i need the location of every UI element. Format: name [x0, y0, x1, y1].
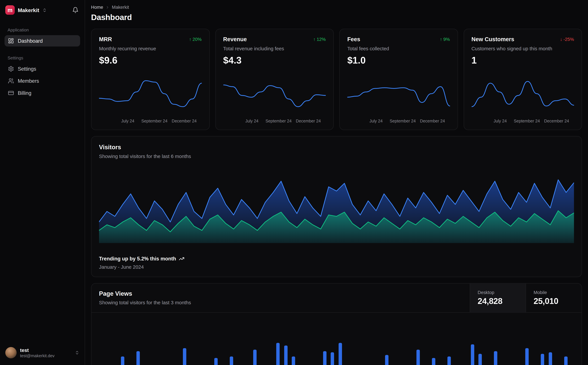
stat-title: Fees — [347, 36, 360, 42]
x-axis-label: July 24 — [369, 119, 383, 123]
page-views-bar — [183, 348, 187, 365]
toggle-label: Mobile — [533, 290, 574, 295]
makerkit-logo: m — [5, 5, 15, 15]
x-axis-label: July 24 — [494, 119, 507, 123]
users-icon — [8, 78, 14, 84]
breadcrumb-home-link[interactable]: Home — [91, 5, 103, 10]
stat-card-fees: Fees ↑ 9% Total fees collected $1.0 July… — [339, 29, 458, 130]
page-views-title: Page Views — [99, 290, 462, 297]
page-views-bar — [214, 358, 218, 365]
x-axis-label: September 24 — [390, 119, 416, 123]
sidebar-item-label: Billing — [18, 90, 31, 96]
user-name: test — [20, 347, 55, 353]
page-views-bar — [323, 351, 326, 365]
nav-section-label-application: Application — [5, 28, 80, 32]
page-title: Dashboard — [91, 13, 582, 22]
page-views-header: Page Views Showing total visitors for th… — [91, 284, 581, 313]
toggle-label: Desktop — [478, 290, 518, 295]
stat-delta-badge: ↑ 12% — [313, 36, 326, 42]
notifications-button[interactable] — [71, 6, 79, 14]
visitors-title: Visitors — [99, 144, 574, 151]
x-axis-labels: July 24 September 24 December 24 — [99, 119, 202, 124]
stat-title: New Customers — [471, 36, 514, 42]
stat-subtitle: Customers who signed up this month — [471, 46, 574, 51]
user-menu[interactable]: test test@makerkit.dev — [5, 345, 80, 360]
line-chart — [223, 76, 326, 115]
x-axis-label: September 24 — [514, 119, 540, 123]
visitors-period: January - June 2024 — [99, 264, 574, 270]
gear-icon — [8, 66, 14, 72]
sidebar-item-label: Settings — [18, 66, 36, 72]
stat-title: Revenue — [223, 36, 247, 42]
page-views-bar — [432, 358, 435, 365]
page-views-bar — [548, 352, 552, 365]
sidebar-item-label: Members — [18, 78, 39, 84]
chevrons-up-down-icon — [42, 8, 47, 12]
x-axis-label: July 24 — [245, 119, 258, 123]
x-axis-label: December 24 — [544, 119, 569, 123]
page-views-bar-chart — [91, 316, 581, 365]
stat-value: $1.0 — [347, 55, 450, 66]
area-chart — [99, 169, 574, 243]
stat-value: 1 — [471, 55, 574, 66]
page-views-bar — [339, 343, 342, 365]
page-views-bar — [447, 356, 451, 365]
stat-delta-badge: ↑ 20% — [189, 36, 201, 42]
visitors-subtitle: Showing total visitors for the last 6 mo… — [99, 154, 574, 159]
page-views-bar — [230, 356, 233, 365]
dashboard-grid-icon — [8, 38, 14, 44]
page-views-bar — [541, 354, 544, 365]
x-axis-label: December 24 — [172, 119, 197, 123]
line-chart — [347, 76, 450, 115]
line-chart — [99, 76, 202, 115]
page-views-toggle-desktop[interactable]: Desktop 24,828 — [470, 284, 526, 312]
stat-subtitle: Monthly recurring revenue — [99, 46, 202, 51]
page-views-bar — [385, 355, 389, 365]
chevrons-up-down-icon — [75, 351, 79, 355]
user-avatar — [5, 347, 17, 358]
sidebar-item-settings[interactable]: Settings — [5, 63, 80, 75]
page-views-card: Page Views Showing total visitors for th… — [91, 283, 582, 365]
visitors-card: Visitors Showing total visitors for the … — [91, 136, 582, 277]
credit-card-icon — [8, 90, 14, 96]
trend-arrow-icon: ↓ — [560, 36, 562, 42]
page-views-subtitle: Showing total visitors for the last 3 mo… — [99, 300, 462, 305]
x-axis-labels: July 24 September 24 December 24 — [223, 119, 326, 124]
page-views-bar — [253, 350, 256, 365]
stat-subtitle: Total revenue including fees — [223, 46, 326, 51]
x-axis-labels: July 24 September 24 December 24 — [471, 119, 574, 124]
stat-delta-badge: ↓ -25% — [560, 36, 574, 42]
breadcrumb-current: Makerkit — [112, 5, 129, 10]
visitors-trend-text: Trending up by 5.2% this month — [99, 256, 176, 262]
line-chart — [471, 76, 574, 115]
nav-section-label-settings: Settings — [5, 56, 80, 60]
page-views-bar — [564, 356, 567, 365]
bell-icon — [72, 7, 79, 13]
page-views-bar — [471, 344, 474, 365]
stat-delta-badge: ↑ 9% — [440, 36, 450, 42]
x-axis-labels: July 24 September 24 December 24 — [347, 119, 450, 124]
stat-subtitle: Total fees collected — [347, 46, 450, 51]
stat-cards-row: MRR ↑ 20% Monthly recurring revenue $9.6… — [91, 29, 582, 130]
page-views-bar — [137, 351, 140, 365]
sidebar-item-members[interactable]: Members — [5, 75, 80, 87]
visitors-footer: Trending up by 5.2% this month January -… — [99, 256, 574, 270]
user-email: test@makerkit.dev — [20, 353, 55, 358]
stat-card-new-customers: New Customers ↓ -25% Customers who signe… — [463, 29, 582, 130]
x-axis-label: September 24 — [265, 119, 292, 123]
trend-arrow-icon: ↑ — [313, 36, 316, 42]
stat-card-revenue: Revenue ↑ 12% Total revenue including fe… — [215, 29, 334, 130]
page-views-bar — [284, 346, 288, 365]
sidebar-item-billing[interactable]: Billing — [5, 87, 80, 99]
new-customers-sparkline-chart: July 24 September 24 December 24 — [471, 76, 574, 124]
toggle-value: 25,010 — [533, 296, 574, 306]
sidebar-item-dashboard[interactable]: Dashboard — [5, 35, 80, 47]
mrr-sparkline-chart: July 24 September 24 December 24 — [99, 76, 202, 124]
page-views-toggle-mobile[interactable]: Mobile 25,010 — [526, 284, 581, 312]
stat-card-mrr: MRR ↑ 20% Monthly recurring revenue $9.6… — [91, 29, 210, 130]
workspace-selector[interactable]: m Makerkit — [5, 5, 47, 15]
stat-value: $9.6 — [99, 55, 202, 66]
fees-sparkline-chart: July 24 September 24 December 24 — [347, 76, 450, 124]
sidebar: m Makerkit Application Dashboard — [0, 0, 85, 365]
revenue-sparkline-chart: July 24 September 24 December 24 — [223, 76, 326, 124]
